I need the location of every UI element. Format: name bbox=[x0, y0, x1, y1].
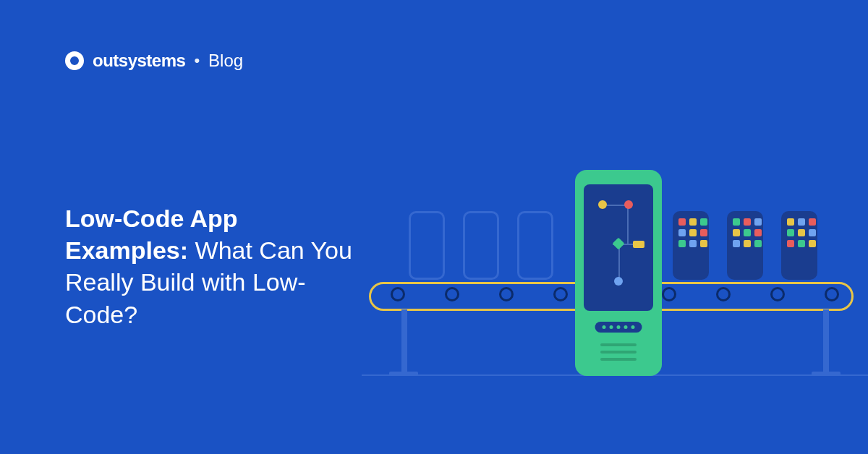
brand-header: outsystems • Blog bbox=[65, 51, 243, 71]
roller-icon bbox=[445, 287, 459, 301]
section-label: Blog bbox=[208, 51, 243, 71]
vent-line bbox=[600, 343, 637, 346]
separator-dot: • bbox=[194, 51, 200, 70]
roller-icon bbox=[553, 287, 568, 301]
conveyor-illustration bbox=[383, 152, 846, 412]
roller-icon bbox=[662, 287, 676, 301]
flowchart-node-icon bbox=[633, 241, 644, 248]
phone-app-icon bbox=[781, 211, 817, 280]
roller-icon bbox=[499, 287, 514, 301]
roller-icon bbox=[825, 287, 839, 301]
phone-app-icon bbox=[727, 211, 763, 280]
processing-machine bbox=[575, 170, 662, 376]
belt-foot bbox=[389, 372, 418, 376]
belt-leg bbox=[401, 309, 407, 374]
belt-foot bbox=[812, 372, 841, 376]
roller-icon bbox=[391, 287, 405, 301]
vent-line bbox=[600, 351, 637, 354]
logo-icon bbox=[65, 51, 84, 70]
phone-empty-icon bbox=[517, 211, 553, 280]
flowchart-node-icon bbox=[613, 238, 625, 250]
flowchart-node-icon bbox=[624, 200, 633, 209]
vent-line bbox=[600, 358, 637, 361]
flowchart-node-icon bbox=[614, 277, 623, 286]
machine-screen bbox=[584, 184, 653, 311]
indicator-dots bbox=[595, 322, 642, 333]
roller-icon bbox=[716, 287, 731, 301]
flowchart-node-icon bbox=[598, 200, 607, 209]
phone-empty-icon bbox=[463, 211, 499, 280]
phone-empty-icon bbox=[409, 211, 445, 280]
roller-icon bbox=[770, 287, 785, 301]
belt-leg bbox=[823, 309, 829, 374]
brand-name: outsystems bbox=[93, 51, 185, 71]
page-title: Low-Code App Examples: What Can You Real… bbox=[65, 202, 354, 330]
phone-app-icon bbox=[673, 211, 709, 280]
